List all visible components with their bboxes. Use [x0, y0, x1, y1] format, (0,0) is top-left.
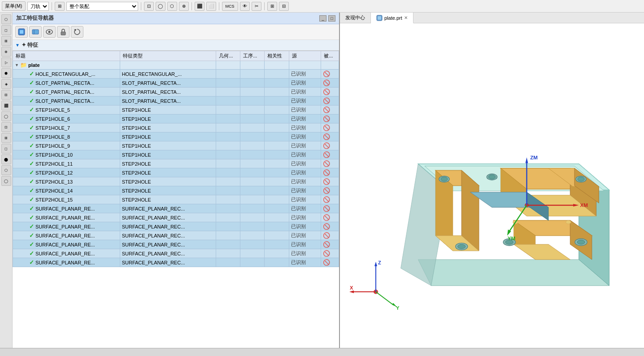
sidebar-icon-5[interactable]: ▷	[1, 57, 11, 67]
check-icon: ✓	[29, 169, 34, 176]
table-row[interactable]: ✓ SURFACE_PLANAR_RE... SURFACE_PLANAR_RE…	[13, 231, 339, 240]
feat-toolbar-icon-1[interactable]	[15, 26, 28, 38]
sidebar-icon-10[interactable]: ◯	[1, 111, 11, 121]
cell-title-text: STEP1HOLE_10	[35, 152, 73, 158]
sidebar-icon-9[interactable]: ⬛	[1, 101, 11, 110]
table-row[interactable]: ✓ SURFACE_PLANAR_RE... SURFACE_PLANAR_RE…	[13, 258, 339, 267]
toolbar-icon-5[interactable]: ⊕	[179, 2, 189, 11]
cell-source: 已识别	[289, 70, 321, 79]
toolbar-icon-eye[interactable]: 👁	[240, 2, 250, 11]
sidebar-icon-12[interactable]: ⊞	[1, 133, 11, 143]
check-icon: ✓	[29, 223, 34, 230]
check-icon: ✓	[29, 160, 34, 167]
sidebar-icon-7[interactable]: ◈	[1, 79, 11, 89]
feat-toolbar-icon-3[interactable]	[43, 26, 56, 38]
toolbar-icon-7[interactable]: ⬜	[206, 2, 216, 11]
table-row[interactable]: ✓ HOLE_RECTANGULAR_... HOLE_RECTANGULAR_…	[13, 70, 339, 79]
cell-blocked: 🚫	[321, 213, 339, 222]
table-row[interactable]: ✓ SURFACE_PLANAR_RE... SURFACE_PLANAR_RE…	[13, 222, 339, 231]
toolbar-icon-1[interactable]: ⊞	[55, 2, 65, 11]
check-icon: ✓	[29, 214, 34, 221]
sidebar-icon-2[interactable]: ◻	[1, 25, 11, 35]
col-header-type[interactable]: 特征类型	[120, 51, 216, 61]
table-row[interactable]: ✓ SURFACE_PLANAR_RE... SURFACE_PLANAR_RE…	[13, 204, 339, 213]
tab-discovery[interactable]: 发现中心	[340, 13, 371, 23]
sidebar-icon-3[interactable]: ⊞	[1, 36, 11, 46]
feature-table-container[interactable]: 标题 特征类型 几何... 工序... 相关性 源 被... ▼	[13, 51, 339, 348]
section-expand-icon[interactable]: ▼	[15, 43, 20, 48]
block-icon: 🚫	[323, 106, 330, 113]
toolbar-icon-scissors[interactable]: ✂	[252, 2, 261, 11]
feat-toolbar-icon-4[interactable]	[57, 26, 70, 38]
table-row[interactable]: ✓ STEP2HOLE_14 STEP2HOLE已识别🚫	[13, 186, 339, 195]
toolbar-icon-4[interactable]: ⬡	[167, 2, 177, 11]
toolbar-icon-8[interactable]: ⊞	[267, 2, 277, 11]
check-icon: ✓	[29, 259, 34, 266]
cell-title-text: SURFACE_PLANAR_RE...	[35, 233, 95, 238]
col-header-proc[interactable]: 工序...	[240, 51, 265, 61]
table-row[interactable]: ✓ SLOT_PARTIAL_RECTA... SLOT_PARTIAL_REC…	[13, 88, 339, 97]
block-icon: 🚫	[323, 97, 330, 104]
tree-expand-icon[interactable]: ▼	[15, 63, 19, 67]
col-header-rel[interactable]: 相关性	[264, 51, 289, 61]
table-row-plate[interactable]: ▼ 📁 plate	[13, 61, 339, 70]
cell-type: SLOT_PARTIAL_RECTA...	[120, 97, 216, 105]
block-icon: 🚫	[323, 160, 330, 167]
col-header-geom[interactable]: 几何...	[216, 51, 240, 61]
svg-point-34	[488, 175, 495, 179]
toolbar-icon-3[interactable]: ◯	[156, 2, 165, 11]
cell-plate-title: ▼ 📁 plate	[13, 61, 120, 70]
panel-minimize-btn[interactable]: _	[319, 15, 326, 22]
tab-close-icon[interactable]: ✕	[404, 15, 408, 20]
view-content[interactable]: ZM XM YM Z	[340, 23, 644, 348]
table-row[interactable]: ✓ STEP1HOLE_6 STEP1HOLE已识别🚫	[13, 114, 339, 123]
folder-icon: 📁	[20, 62, 27, 68]
separator-3	[191, 2, 192, 10]
sidebar-icon-13[interactable]: ◻	[1, 144, 11, 154]
cell-blocked: 🚫	[321, 88, 339, 97]
toolbar-icon-9[interactable]: ⊟	[279, 2, 289, 11]
table-row[interactable]: ✓ STEP1HOLE_9 STEP1HOLE已识别🚫	[13, 141, 339, 150]
table-row[interactable]: ✓ STEP2HOLE_13 STEP2HOLE已识别🚫	[13, 177, 339, 186]
cell-proc	[240, 159, 265, 168]
cell-proc	[240, 168, 265, 177]
toolbar-icon-6[interactable]: ⬛	[195, 2, 205, 11]
toolbar-icon-mcs[interactable]: MCS	[222, 2, 238, 11]
table-row[interactable]: ✓ STEP2HOLE_11 STEP2HOLE已识别🚫	[13, 159, 339, 168]
table-row[interactable]: ✓ SURFACE_PLANAR_RE... SURFACE_PLANAR_RE…	[13, 213, 339, 222]
menu-button[interactable]: 菜单(M)	[2, 1, 26, 11]
feat-toolbar-icon-5[interactable]	[71, 26, 83, 38]
tab-plate[interactable]: plate.prt ✕	[371, 13, 413, 23]
toolbar-select-tool[interactable]: 刀轨	[27, 2, 49, 11]
sidebar-icon-16[interactable]: ◯	[1, 176, 11, 186]
sidebar-icon-11[interactable]: ⊡	[1, 122, 11, 132]
sidebar-icon-6[interactable]: ⬢	[1, 68, 11, 78]
sidebar-icon-15[interactable]: ⬡	[1, 165, 11, 175]
sidebar-icon-14[interactable]: ⬤	[1, 154, 11, 164]
cell-blocked: 🚫	[321, 123, 339, 132]
table-row[interactable]: ✓ STEP2HOLE_12 STEP2HOLE已识别🚫	[13, 168, 339, 177]
table-row[interactable]: ✓ STEP1HOLE_5 STEP1HOLE已识别🚫	[13, 105, 339, 114]
col-header-blocked[interactable]: 被...	[321, 51, 339, 61]
table-row[interactable]: ✓ SURFACE_PLANAR_RE... SURFACE_PLANAR_RE…	[13, 249, 339, 258]
panel-maximize-btn[interactable]: □	[328, 15, 335, 22]
table-row[interactable]: ✓ STEP1HOLE_8 STEP1HOLE已识别🚫	[13, 132, 339, 141]
table-row[interactable]: ✓ STEP1HOLE_7 STEP1HOLE已识别🚫	[13, 123, 339, 132]
toolbar-icon-2[interactable]: ⊡	[144, 2, 154, 11]
table-row[interactable]: ✓ SURFACE_PLANAR_RE... SURFACE_PLANAR_RE…	[13, 240, 339, 249]
table-row[interactable]: ✓ SLOT_PARTIAL_RECTA... SLOT_PARTIAL_REC…	[13, 79, 339, 88]
sidebar-icon-4[interactable]: ⊕	[1, 47, 11, 57]
feat-toolbar-icon-2[interactable]	[29, 26, 42, 38]
table-row[interactable]: ✓ SLOT_PARTIAL_RECTA... SLOT_PARTIAL_REC…	[13, 97, 339, 105]
col-header-title[interactable]: 标题	[13, 51, 120, 61]
table-row[interactable]: ✓ STEP1HOLE_10 STEP1HOLE已识别🚫	[13, 150, 339, 159]
cell-blocked: 🚫	[321, 132, 339, 141]
table-row[interactable]: ✓ STEP2HOLE_15 STEP2HOLE已识别🚫	[13, 195, 339, 204]
toolbar-select-assembly[interactable]: 整个装配	[66, 2, 138, 11]
cell-proc	[240, 249, 265, 258]
cell-rel	[264, 222, 289, 231]
col-header-source[interactable]: 源	[289, 51, 321, 61]
sidebar-icon-8[interactable]: ⊟	[1, 90, 11, 100]
sidebar-icon-1[interactable]: ⬡	[1, 14, 11, 24]
cell-type: STEP2HOLE	[120, 168, 216, 177]
